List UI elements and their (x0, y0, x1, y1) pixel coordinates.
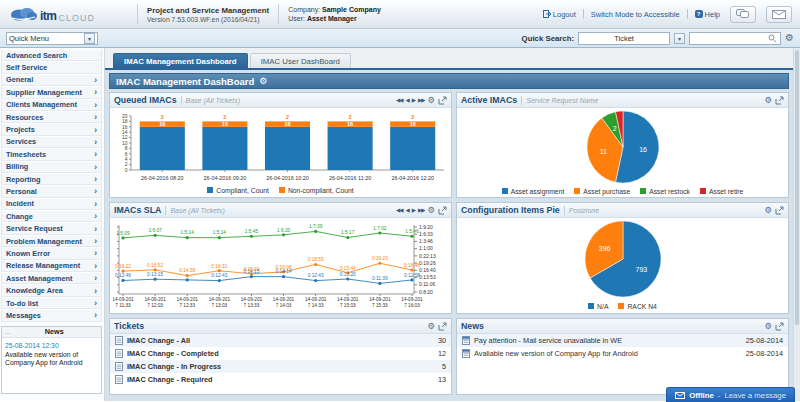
panel-subtitle: Posizione (569, 207, 599, 214)
quick-bar: Quick Menu ▾ Quick Search: Ticket ▾ ⚙ (0, 29, 800, 48)
nav-first-icon[interactable]: ◀◀ (396, 97, 402, 103)
company-label: Company: (288, 6, 320, 13)
gear-icon[interactable]: ⚙ (764, 206, 772, 215)
svg-text:12: 12 (121, 134, 127, 140)
svg-text:1:7:02: 1:7:02 (373, 226, 387, 231)
sidebar-item-services[interactable]: Services› (1, 136, 102, 148)
gear-icon[interactable]: ⚙ (427, 96, 435, 105)
news-date: 25-08-2014 (746, 336, 783, 345)
sidebar-item-billing[interactable]: Billing› (1, 161, 102, 173)
svg-text:1:6:33: 1:6:33 (419, 231, 433, 237)
ticket-row-imac-change-completed[interactable]: IMAC Change - Completed12 (110, 347, 451, 360)
logo-text-cloud: CLOUD (59, 13, 96, 23)
panel-subtitle: Base (All Tickets) (186, 97, 240, 104)
svg-text:1:9:20: 1:9:20 (419, 224, 433, 230)
quick-search-input[interactable] (690, 33, 768, 44)
ticket-label: IMAC Change - All (127, 336, 434, 345)
sidebar-item-service-request[interactable]: Service Request› (1, 222, 102, 234)
sidebar-item-asset-management[interactable]: Asset Management› (1, 272, 102, 284)
sidebar-item-known-error[interactable]: Known Error› (1, 247, 102, 259)
mail-button[interactable] (766, 6, 792, 23)
sidebar-item-incident[interactable]: Incident› (1, 198, 102, 210)
svg-text:7 13:33: 7 13:33 (243, 303, 259, 308)
tab-imac-management-dashboard[interactable]: IMAC Management Dashboard (113, 53, 248, 68)
nav-next-icon[interactable]: ▶ (412, 97, 415, 103)
sidebar-item-knowledge-area[interactable]: Knowledge Area› (1, 284, 102, 296)
sidebar-item-timesheets[interactable]: Timesheets› (1, 148, 102, 160)
logout-link[interactable]: Logout (543, 10, 576, 19)
chat-button[interactable] (730, 6, 756, 23)
configuration-items-pie-chart: 793396 (458, 218, 788, 300)
chat-icon (736, 9, 750, 19)
gear-icon[interactable]: ⚙ (259, 76, 267, 86)
gear-icon[interactable]: ⚙ (764, 322, 772, 331)
ticket-row-imac-change-all[interactable]: IMAC Change - All30 (110, 334, 451, 347)
sidebar-item-label: Knowledge Area (6, 286, 63, 295)
expand-icon[interactable] (438, 96, 447, 105)
expand-icon[interactable] (775, 206, 784, 215)
sidebar-item-general[interactable]: General› (1, 74, 102, 86)
ticket-row-imac-change-required[interactable]: IMAC Change - Required13 (110, 373, 451, 386)
nav-next-icon[interactable]: ▶ (412, 207, 415, 213)
quick-menu-select[interactable]: Quick Menu ▾ (6, 32, 98, 45)
logo-text-itm: itm (40, 9, 57, 23)
sidebar-item-reporting[interactable]: Reporting› (1, 173, 102, 185)
logout-icon (543, 10, 551, 18)
accessible-mode-link[interactable]: Switch Mode to Accessible (591, 10, 680, 19)
news-row[interactable]: Pay attention - Mail service unavailable… (457, 334, 788, 347)
sidebar-item-projects[interactable]: Projects› (1, 123, 102, 135)
ticket-row-imac-change-in-progress[interactable]: IMAC Change - In Progress5 (110, 360, 451, 373)
panel-title: IMACs SLA (114, 205, 161, 215)
svg-text:7 15:03: 7 15:03 (339, 303, 355, 308)
gear-icon[interactable]: ⚙ (785, 33, 794, 43)
scrollbar-thumb[interactable] (795, 50, 799, 325)
document-icon (115, 362, 123, 371)
session-info: Company: Sample Company User: Asset Mana… (288, 5, 381, 24)
gear-icon[interactable]: ⚙ (427, 322, 435, 331)
search-icon[interactable] (768, 34, 777, 43)
offline-chat-widget[interactable]: Offline - Leave a message (666, 387, 795, 402)
search-type-select[interactable]: Ticket (578, 32, 670, 45)
help-link[interactable]: ? Help (695, 10, 720, 19)
svg-text:7 11:33: 7 11:33 (115, 303, 131, 308)
sidebar-item-resources[interactable]: Resources› (1, 111, 102, 123)
sidebar-news-date: 25-08-2014 12:30 (5, 342, 98, 349)
news-row[interactable]: Avaliable new version of Company App for… (457, 347, 788, 360)
gear-icon[interactable]: ⚙ (764, 96, 772, 105)
tab-imac-user-dashboard[interactable]: IMAC User DashBoard (250, 53, 351, 68)
sidebar-item-supplier-management[interactable]: Supplier Management› (1, 86, 102, 98)
sidebar-item-clients-management[interactable]: Clients Management› (1, 99, 102, 111)
expand-icon[interactable] (775, 96, 784, 105)
svg-text:1:5:14: 1:5:14 (180, 230, 194, 235)
sidebar-item-release-management[interactable]: Release Management› (1, 260, 102, 272)
sidebar-item-change[interactable]: Change› (1, 210, 102, 222)
expand-icon[interactable] (775, 322, 784, 331)
app-logo[interactable]: itm CLOUD (8, 5, 128, 23)
expand-icon[interactable] (438, 206, 447, 215)
sidebar-item-advanced-search[interactable]: Advanced Search (1, 49, 102, 61)
sidebar-item-self-service[interactable]: Self Service (1, 61, 102, 73)
vertical-scrollbar[interactable] (793, 48, 800, 401)
sidebar-item-label: Projects (6, 125, 35, 134)
expand-icon[interactable] (438, 322, 447, 331)
sidebar-item-problem-management[interactable]: Problem Management› (1, 235, 102, 247)
nav-last-icon[interactable]: ▶▶ (418, 97, 424, 103)
nav-last-icon[interactable]: ▶▶ (418, 207, 424, 213)
svg-text:8: 8 (124, 145, 127, 151)
chevron-down-icon[interactable]: ▾ (674, 33, 685, 44)
sidebar-item-personal[interactable]: Personal› (1, 185, 102, 197)
app-info: Project and Service Management Version 7… (147, 6, 269, 23)
legend-label: RACK N4 (627, 303, 656, 310)
nav-first-icon[interactable]: ◀◀ (396, 207, 402, 213)
legend-item: RACK N4 (618, 303, 656, 310)
sidebar-item-to-do-list[interactable]: To-do list› (1, 297, 102, 309)
legend-label: Non-compliant, Count (288, 187, 354, 194)
svg-text:2: 2 (124, 161, 127, 167)
panel-title: Queued IMACs (114, 95, 177, 105)
nav-prev-icon[interactable]: ◀ (405, 207, 408, 213)
sidebar-item-messages[interactable]: Messages› (1, 309, 102, 321)
gear-icon[interactable]: ⚙ (427, 206, 435, 215)
sidebar-news-text[interactable]: Available new version of Company App for… (5, 351, 98, 369)
svg-text:14-09-201: 14-09-201 (272, 297, 294, 302)
nav-prev-icon[interactable]: ◀ (405, 97, 408, 103)
